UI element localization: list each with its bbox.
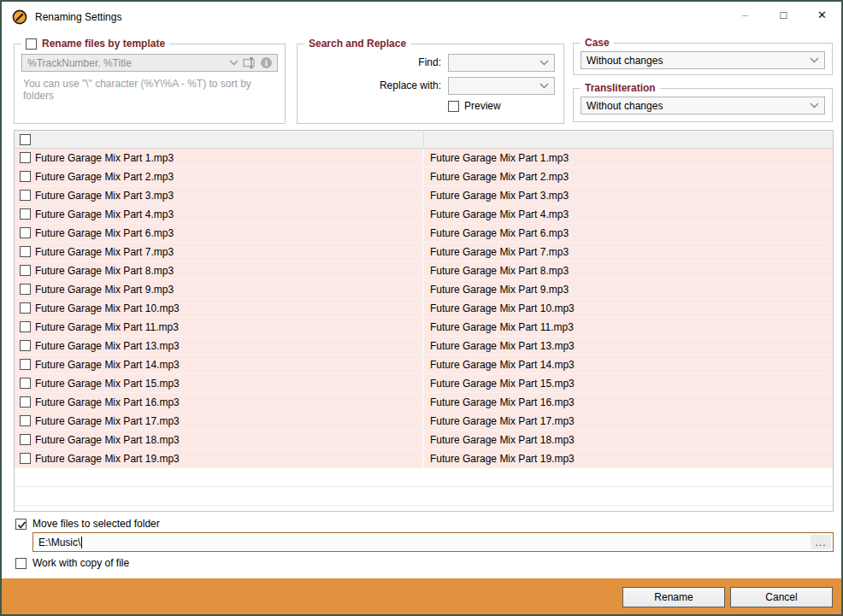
table-row[interactable]: Future Garage Mix Part 1.mp3 Future Gara… <box>15 149 833 167</box>
old-name-cell[interactable]: Future Garage Mix Part 11.mp3 <box>15 318 424 336</box>
old-filename: Future Garage Mix Part 19.mp3 <box>35 453 180 465</box>
move-files-option[interactable]: Move files to selected folder <box>15 518 160 530</box>
rename-field-icon[interactable] <box>243 57 256 68</box>
row-checkbox[interactable] <box>20 396 31 408</box>
preview-option[interactable]: Preview <box>448 100 501 112</box>
old-name-cell[interactable]: Future Garage Mix Part 10.mp3 <box>15 299 424 317</box>
template-combobox[interactable]: %TrackNumber. %Title i <box>21 54 278 72</box>
old-name-cell[interactable]: Future Garage Mix Part 8.mp3 <box>15 261 424 279</box>
new-name-cell[interactable]: Future Garage Mix Part 15.mp3 <box>424 374 833 392</box>
new-name-cell[interactable]: Future Garage Mix Part 9.mp3 <box>424 280 833 298</box>
old-name-cell[interactable]: Future Garage Mix Part 2.mp3 <box>15 167 424 185</box>
row-checkbox[interactable] <box>20 190 31 201</box>
chevron-down-icon[interactable] <box>229 60 239 66</box>
row-checkbox[interactable] <box>20 378 31 389</box>
header-old-name-column[interactable] <box>15 131 424 148</box>
table-header[interactable] <box>15 131 833 149</box>
new-name-cell[interactable]: Future Garage Mix Part 17.mp3 <box>424 412 833 430</box>
row-checkbox[interactable] <box>20 302 31 314</box>
table-row[interactable]: Future Garage Mix Part 4.mp3 Future Gara… <box>15 205 833 224</box>
row-checkbox[interactable] <box>20 453 31 464</box>
old-name-cell[interactable]: Future Garage Mix Part 14.mp3 <box>15 355 424 373</box>
table-row[interactable]: Future Garage Mix Part 14.mp3 Future Gar… <box>15 355 833 374</box>
chevron-down-icon[interactable] <box>539 60 549 66</box>
rename-by-template-checkbox[interactable] <box>26 38 37 50</box>
preview-checkbox[interactable] <box>448 101 459 112</box>
new-name-cell[interactable]: Future Garage Mix Part 18.mp3 <box>424 431 833 449</box>
row-checkbox[interactable] <box>20 415 31 426</box>
row-checkbox[interactable] <box>20 359 31 370</box>
row-checkbox[interactable] <box>20 227 31 238</box>
table-row[interactable]: Future Garage Mix Part 17.mp3 Future Gar… <box>15 412 833 431</box>
close-button[interactable]: ✕ <box>803 2 841 27</box>
replace-combobox[interactable] <box>448 77 555 95</box>
row-checkbox[interactable] <box>20 208 31 220</box>
maximize-button[interactable]: □ <box>764 2 803 27</box>
new-name-cell[interactable]: Future Garage Mix Part 1.mp3 <box>424 149 833 167</box>
chevron-down-icon[interactable] <box>810 57 819 63</box>
old-name-cell[interactable]: Future Garage Mix Part 3.mp3 <box>15 186 424 204</box>
case-combobox[interactable]: Without changes <box>581 51 825 69</box>
new-name-cell[interactable]: Future Garage Mix Part 13.mp3 <box>424 337 833 355</box>
table-row[interactable]: Future Garage Mix Part 7.mp3 Future Gara… <box>15 243 833 261</box>
new-name-cell[interactable]: Future Garage Mix Part 19.mp3 <box>424 449 833 467</box>
chevron-down-icon[interactable] <box>539 83 549 89</box>
table-row[interactable]: Future Garage Mix Part 10.mp3 Future Gar… <box>15 299 833 318</box>
new-name-cell[interactable]: Future Garage Mix Part 3.mp3 <box>424 186 833 204</box>
table-row[interactable]: Future Garage Mix Part 16.mp3 Future Gar… <box>15 393 833 412</box>
old-name-cell[interactable]: Future Garage Mix Part 1.mp3 <box>15 149 424 167</box>
table-row[interactable]: Future Garage Mix Part 11.mp3 Future Gar… <box>15 318 833 337</box>
info-icon[interactable]: i <box>261 57 272 68</box>
new-name-cell[interactable]: Future Garage Mix Part 2.mp3 <box>424 167 833 185</box>
rename-button[interactable]: Rename <box>622 587 725 607</box>
new-name-cell[interactable]: Future Garage Mix Part 4.mp3 <box>424 205 833 223</box>
new-name-cell[interactable]: Future Garage Mix Part 16.mp3 <box>424 393 833 411</box>
find-combobox[interactable] <box>448 54 555 72</box>
row-checkbox[interactable] <box>20 246 31 257</box>
chevron-down-icon[interactable] <box>810 103 819 109</box>
old-name-cell[interactable]: Future Garage Mix Part 17.mp3 <box>15 412 424 430</box>
minimize-button[interactable]: – <box>726 2 764 27</box>
table-row[interactable]: Future Garage Mix Part 13.mp3 Future Gar… <box>15 337 833 355</box>
old-name-cell[interactable]: Future Garage Mix Part 19.mp3 <box>15 449 424 467</box>
destination-path-input[interactable]: E:\Music\ ... <box>32 532 834 552</box>
select-all-checkbox[interactable] <box>20 134 31 145</box>
new-name-cell[interactable]: Future Garage Mix Part 7.mp3 <box>424 243 833 261</box>
new-name-cell[interactable]: Future Garage Mix Part 10.mp3 <box>424 299 833 317</box>
old-name-cell[interactable]: Future Garage Mix Part 16.mp3 <box>15 393 424 411</box>
new-filename: Future Garage Mix Part 3.mp3 <box>430 190 569 202</box>
row-checkbox[interactable] <box>20 434 31 445</box>
old-name-cell[interactable]: Future Garage Mix Part 13.mp3 <box>15 337 424 355</box>
row-checkbox[interactable] <box>20 171 31 182</box>
row-checkbox[interactable] <box>20 152 31 163</box>
new-name-cell[interactable]: Future Garage Mix Part 6.mp3 <box>424 224 833 242</box>
old-name-cell[interactable]: Future Garage Mix Part 15.mp3 <box>15 374 424 392</box>
work-with-copy-checkbox[interactable] <box>15 558 27 569</box>
row-checkbox[interactable] <box>20 340 31 351</box>
old-name-cell[interactable]: Future Garage Mix Part 18.mp3 <box>15 431 424 449</box>
table-row[interactable]: Future Garage Mix Part 18.mp3 Future Gar… <box>15 431 833 449</box>
old-name-cell[interactable]: Future Garage Mix Part 6.mp3 <box>15 224 424 242</box>
table-row[interactable]: Future Garage Mix Part 6.mp3 Future Gara… <box>15 224 833 243</box>
work-with-copy-option[interactable]: Work with copy of file <box>15 557 129 569</box>
new-name-cell[interactable]: Future Garage Mix Part 8.mp3 <box>424 261 833 279</box>
row-checkbox[interactable] <box>20 265 31 276</box>
new-name-cell[interactable]: Future Garage Mix Part 11.mp3 <box>424 318 833 336</box>
table-row[interactable]: Future Garage Mix Part 8.mp3 Future Gara… <box>15 261 833 280</box>
table-row[interactable]: Future Garage Mix Part 3.mp3 Future Gara… <box>15 186 833 205</box>
header-new-name-column[interactable] <box>424 131 833 148</box>
table-row[interactable]: Future Garage Mix Part 2.mp3 Future Gara… <box>15 167 833 186</box>
table-row[interactable]: Future Garage Mix Part 9.mp3 Future Gara… <box>15 280 833 299</box>
old-name-cell[interactable]: Future Garage Mix Part 9.mp3 <box>15 280 424 298</box>
old-name-cell[interactable]: Future Garage Mix Part 4.mp3 <box>15 205 424 223</box>
browse-folder-button[interactable]: ... <box>811 535 831 549</box>
old-name-cell[interactable]: Future Garage Mix Part 7.mp3 <box>15 243 424 261</box>
table-row[interactable]: Future Garage Mix Part 19.mp3 Future Gar… <box>15 449 833 468</box>
row-checkbox[interactable] <box>20 321 31 332</box>
new-name-cell[interactable]: Future Garage Mix Part 14.mp3 <box>424 355 833 373</box>
table-row[interactable]: Future Garage Mix Part 15.mp3 Future Gar… <box>15 374 833 393</box>
transliteration-combobox[interactable]: Without changes <box>581 97 825 114</box>
row-checkbox[interactable] <box>20 284 31 295</box>
cancel-button[interactable]: Cancel <box>730 587 833 607</box>
move-files-checkbox[interactable] <box>15 519 27 530</box>
